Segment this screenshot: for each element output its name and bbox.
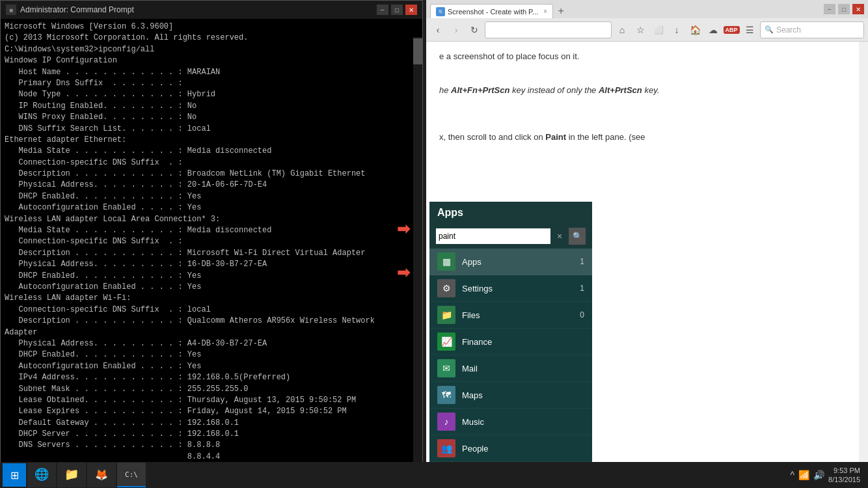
app-name: Apps [462, 257, 481, 267]
cmd-line: Description . . . . . . . . . . . : Qual… [5, 316, 418, 327]
app-name: Music [462, 417, 484, 427]
apps-list-item[interactable]: 🗺Maps [429, 382, 592, 409]
browser-navbar: ‹ › ↻ ⌂ ☆ ⬜ ↓ 🏠 ☁ ABP ☰ 🔍 Search [426, 18, 868, 42]
cmd-scrollbar[interactable] [413, 37, 422, 484]
apps-search-bar[interactable]: × 🔍 [429, 224, 592, 249]
taskbar-cmd[interactable]: C:\ [117, 463, 146, 487]
app-icon: 👥 [437, 439, 455, 457]
cmd-window-controls: − □ ✕ [377, 5, 417, 15]
content-bold-2: Alt+PrtScn [599, 85, 642, 95]
cmd-line: Description . . . . . . . . . . . : Micr… [5, 248, 418, 259]
content-paragraph-2: he Alt+Fn+PrtScn key instead of only the… [439, 83, 855, 98]
browser-tabs: S Screenshot - Create with P... × + [430, 0, 569, 18]
cmd-line: Autoconfiguration Enabled . . . . : Yes [5, 361, 418, 372]
search-box[interactable]: 🔍 Search [760, 21, 864, 38]
taskbar-firefox[interactable]: 🦊 [87, 463, 116, 487]
bookmark-button[interactable]: ☆ [632, 22, 648, 38]
browser-titlebar: S Screenshot - Create with P... × + − □ … [426, 0, 868, 18]
app-name: Mail [462, 364, 478, 373]
apps-title: Apps [437, 207, 463, 218]
content-bold-3: Paint [545, 132, 566, 142]
app-count: 0 [580, 310, 584, 319]
tab-close-button[interactable]: × [543, 8, 547, 15]
browser-minimize-button[interactable]: − [824, 4, 835, 14]
volume-icon[interactable]: 🔊 [813, 470, 824, 480]
apps-search-submit[interactable]: 🔍 [569, 228, 586, 245]
cmd-title-text: Administrator: Command Prompt [20, 5, 134, 14]
apps-search-input[interactable] [436, 228, 550, 244]
back-button[interactable]: ‹ [430, 22, 446, 38]
address-bar[interactable] [485, 21, 612, 38]
browser-close-button[interactable]: ✕ [852, 4, 864, 14]
folder-icon: 📁 [64, 467, 79, 481]
cmd-line: Connection-specific DNS Suffix . : local [5, 305, 418, 316]
content-paragraph-3: x, then scroll to and click on Paint in … [439, 130, 855, 144]
red-arrow-search: ➡ [397, 220, 410, 238]
cmd-line: Autoconfiguration Enabled . . . . : Yes [5, 282, 418, 293]
cmd-minimize-button[interactable]: − [377, 5, 388, 15]
apps-list-item[interactable]: 📈Finance [429, 329, 592, 355]
network-icon[interactable]: 📶 [798, 470, 809, 480]
cmd-line: Subnet Mask . . . . . . . . . . . : 255.… [5, 384, 418, 395]
app-name: Finance [462, 337, 492, 347]
cmd-line: Ethernet adapter Ethernet: [5, 135, 418, 146]
apps-overlay: ➡ ➡ Apps × 🔍 ▦Apps1⚙Settings1📁Files0📈Fin… [429, 202, 592, 488]
apps-list-item[interactable]: ⚙Settings1 [429, 275, 592, 302]
app-icon: 📈 [437, 332, 455, 351]
cmd-line: Physical Address. . . . . . . . . : A4-D… [5, 338, 418, 349]
forward-button[interactable]: › [448, 22, 464, 38]
cmd-line: Microsoft Windows [Version 6.3.9600] [5, 21, 418, 33]
app-name: Settings [462, 284, 493, 293]
refresh-button[interactable]: ↻ [467, 22, 482, 38]
tray-arrow[interactable]: ^ [790, 470, 794, 480]
new-tab-button[interactable]: + [553, 4, 569, 18]
app-icon: ♪ [437, 413, 455, 431]
content-italic-1: he [439, 85, 451, 95]
cmd-line: Connection-specific DNS Suffix . : [5, 236, 418, 247]
cmd-close-button[interactable]: ✕ [405, 5, 417, 15]
app-icon: 🗺 [437, 386, 455, 404]
taskbar-explorer[interactable]: 📁 [57, 463, 86, 487]
home-button[interactable]: ⌂ [614, 22, 630, 38]
tray-clock[interactable]: 9:53 PM 8/13/2015 [828, 466, 860, 485]
apps-list-item[interactable]: ✉Mail [429, 355, 592, 382]
apps-list-item[interactable]: ♪Music [429, 409, 592, 435]
cmd-scrollbar-thumb[interactable] [413, 38, 422, 64]
cmd-line: Adapter [5, 327, 418, 338]
taskbar-ie[interactable]: 🌐 [27, 463, 56, 487]
apps-list-item[interactable]: ▦Apps1 [429, 249, 592, 275]
sync-button[interactable]: ☁ [705, 22, 721, 38]
apps-list-item[interactable]: 📁Files0 [429, 302, 592, 329]
cmd-line: DHCP Enabled. . . . . . . . . . . : Yes [5, 349, 418, 360]
browser-restore-button[interactable]: □ [838, 4, 850, 14]
cmd-line: IPv4 Address. . . . . . . . . . . : 192.… [5, 372, 418, 383]
cmd-line: WINS Proxy Enabled. . . . . . . . : No [5, 112, 418, 123]
apps-list: ▦Apps1⚙Settings1📁Files0📈Finance✉Mail🗺Map… [429, 249, 592, 488]
cmd-maximize-button[interactable]: □ [391, 5, 403, 15]
app-icon: ✉ [437, 359, 455, 377]
download-button[interactable]: ↓ [669, 22, 685, 38]
browser-window-controls: − □ ✕ [824, 4, 864, 14]
cmd-line: Windows IP Configuration [5, 55, 418, 66]
apps-search-clear[interactable]: × [553, 230, 566, 243]
start-button[interactable]: ⊞ [3, 463, 26, 487]
cmd-line: Connection-specific DNS Suffix . : [5, 157, 418, 169]
content-italic-3: key. [642, 85, 660, 95]
browser-scrollbar[interactable] [859, 42, 868, 465]
cmd-line: IP Routing Enabled. . . . . . . . : No [5, 101, 418, 112]
taskbar-tray: ^ 📶 🔊 9:53 PM 8/13/2015 [785, 466, 865, 485]
content-text-3b: in the left pane. (see [566, 132, 645, 142]
cmd-line: 8.8.4.4 [5, 452, 418, 463]
cmd-line: Default Gateway . . . . . . . . . : 192.… [5, 418, 418, 429]
apps-panel-header: Apps [429, 202, 592, 224]
apps-panel: Apps × 🔍 ▦Apps1⚙Settings1📁Files0📈Finance… [429, 202, 592, 488]
app-icon: 📁 [437, 306, 455, 324]
menu-button[interactable]: ☰ [742, 22, 757, 38]
apps-list-item[interactable]: 👥People [429, 435, 592, 462]
abp-button[interactable]: ABP [724, 22, 739, 38]
pocket-button[interactable]: ⬜ [651, 22, 666, 38]
browser-tab-active[interactable]: S Screenshot - Create with P... × [430, 4, 553, 18]
cmd-line: Physical Address. . . . . . . . . : 20-1… [5, 180, 418, 191]
pocket2-button[interactable]: 🏠 [687, 22, 703, 38]
cmd-content: Microsoft Windows [Version 6.3.9600](c) … [1, 19, 422, 488]
